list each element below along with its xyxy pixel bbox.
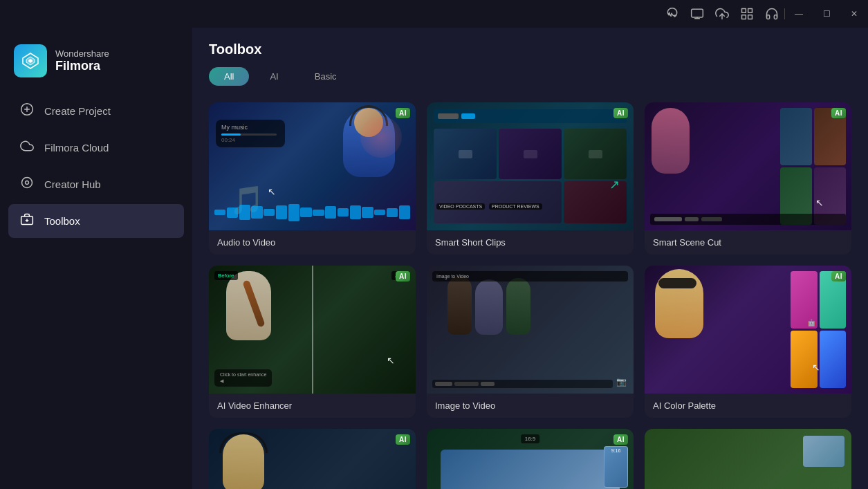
sidebar-item-toolbox-label: Toolbox (44, 215, 80, 227)
minimize-button[interactable]: — (791, 6, 807, 22)
tool-thumb-smart-scene: ↖ AI (645, 102, 851, 230)
tool-label-image-to-video: Image to Video (427, 394, 634, 418)
window-controls: — ☐ ✕ (791, 6, 862, 22)
headset-icon[interactable] (765, 7, 779, 21)
tool-label-audio-to-video: Audio to Video (209, 230, 416, 255)
cloud-upload-icon[interactable] (715, 7, 729, 21)
tool-card-image-to-video[interactable]: Image to Video 📷 Image to Video (427, 266, 634, 418)
svg-point-12 (26, 181, 29, 185)
sidebar-item-filmora-cloud[interactable]: Filmora Cloud (8, 131, 184, 165)
tool-card-7[interactable]: AI (209, 429, 416, 489)
ai-badge-smart-short: AI (613, 108, 628, 118)
ai-badge-7: AI (396, 434, 410, 445)
logo-text: Wondershare Filmora (55, 48, 109, 73)
tool-card-smart-short-clips[interactable]: VIDEO PODCASTS PRODUCT REVIEWS ↗ AI Smar… (427, 102, 634, 255)
titlebar: — ☐ ✕ (0, 0, 868, 28)
tool-thumb-ai-color: 🤖 ↖ AI (645, 266, 851, 394)
product-name: Filmora (55, 59, 109, 73)
tool-label-smart-scene-cut: Smart Scene Cut (645, 230, 851, 255)
filter-all-button[interactable]: All (209, 67, 249, 86)
svg-rect-2 (742, 9, 746, 13)
sidebar: Wondershare Filmora Create Project Filmo… (0, 28, 192, 489)
tool-thumb-8: 16:9 9:16 AI (427, 429, 634, 489)
tool-thumb-9: Master Tracking (645, 429, 851, 489)
ai-badge-audio-to-video: AI (396, 108, 410, 118)
close-button[interactable]: ✕ (846, 6, 862, 22)
tool-label-smart-short-clips: Smart Short Clips (427, 230, 634, 255)
thumb-art-7 (209, 429, 416, 489)
tool-card-smart-scene-cut[interactable]: ↖ AI Smart Scene Cut (645, 102, 851, 255)
main-content: Toolbox All AI Basic (192, 28, 868, 489)
maximize-button[interactable]: ☐ (818, 6, 835, 22)
sidebar-item-filmora-cloud-label: Filmora Cloud (44, 142, 109, 154)
filter-basic-button[interactable]: Basic (299, 67, 352, 86)
thumb-art-image-to-video: Image to Video 📷 (427, 266, 634, 394)
thumb-art-ai-color: 🤖 ↖ (645, 266, 851, 394)
thumb-art-9: Master Tracking (645, 429, 851, 489)
ai-badge-ai-video-enhancer: AI (396, 271, 410, 282)
thumb-art-ai-video: Before After Click to start enhance ◀ ↖ (209, 266, 416, 394)
content-header: Toolbox All AI Basic (192, 28, 868, 97)
app-body: Wondershare Filmora Create Project Filmo… (0, 28, 868, 489)
toolbox-icon (19, 212, 35, 230)
brand-name: Wondershare (55, 48, 109, 59)
svg-rect-4 (742, 15, 746, 19)
tool-label-ai-color-palette: AI Color Palette (645, 394, 851, 418)
tool-card-audio-to-video[interactable]: My music 00:24 ↖ AI Audio to Video (209, 102, 416, 255)
ai-badge-8: AI (613, 434, 628, 445)
tool-thumb-audio-to-video: My music 00:24 ↖ AI (209, 102, 416, 230)
tool-card-8[interactable]: 16:9 9:16 AI (427, 429, 634, 489)
app-logo-icon (14, 44, 47, 77)
thumb-art-8: 16:9 9:16 (427, 429, 634, 489)
titlebar-action-icons (665, 7, 779, 21)
tool-thumb-smart-short: VIDEO PODCASTS PRODUCT REVIEWS ↗ AI (427, 102, 634, 230)
grid-icon[interactable] (740, 7, 754, 21)
thumb-art-smart-short: VIDEO PODCASTS PRODUCT REVIEWS ↗ (427, 102, 634, 230)
filmora-cloud-icon (19, 139, 35, 156)
tool-thumb-7: AI (209, 429, 416, 489)
create-project-icon (19, 102, 35, 120)
svg-rect-0 (692, 9, 703, 17)
tools-grid: My music 00:24 ↖ AI Audio to Video (192, 97, 868, 489)
svg-rect-3 (748, 9, 752, 13)
tool-thumb-ai-video: Before After Click to start enhance ◀ ↖ … (209, 266, 416, 394)
page-title: Toolbox (209, 41, 851, 57)
sidebar-item-toolbox[interactable]: Toolbox (8, 204, 184, 238)
filter-ai-button[interactable]: AI (255, 67, 293, 86)
tool-card-9[interactable]: Master Tracking (645, 429, 851, 489)
titlebar-divider (784, 8, 785, 19)
tool-card-ai-color-palette[interactable]: 🤖 ↖ AI AI Color Palette (645, 266, 851, 418)
thumb-art-smart-scene: ↖ (645, 102, 851, 230)
sidebar-item-creator-hub-label: Creator Hub (44, 178, 101, 190)
nav-items: Create Project Filmora Cloud Creator Hub… (0, 94, 192, 238)
sidebar-item-create-project[interactable]: Create Project (8, 94, 184, 128)
ai-badge-smart-scene: AI (831, 108, 846, 118)
sidebar-item-create-project-label: Create Project (44, 105, 111, 117)
svg-rect-5 (748, 15, 752, 19)
screen-record-icon[interactable] (690, 7, 704, 21)
filter-bar: All AI Basic (209, 67, 851, 86)
fire-icon[interactable] (665, 7, 679, 21)
sidebar-item-creator-hub[interactable]: Creator Hub (8, 167, 184, 201)
tool-thumb-image-to-video: Image to Video 📷 (427, 266, 634, 394)
tool-label-ai-video-enhancer: AI Video Enhancer (209, 394, 416, 418)
tool-card-ai-video-enhancer[interactable]: Before After Click to start enhance ◀ ↖ … (209, 266, 416, 418)
thumb-art-audio-to-video: My music 00:24 ↖ (209, 102, 416, 230)
creator-hub-icon (19, 176, 35, 193)
svg-point-13 (22, 178, 33, 188)
ai-badge-ai-color-palette: AI (831, 271, 846, 282)
logo-area: Wondershare Filmora (0, 39, 192, 94)
